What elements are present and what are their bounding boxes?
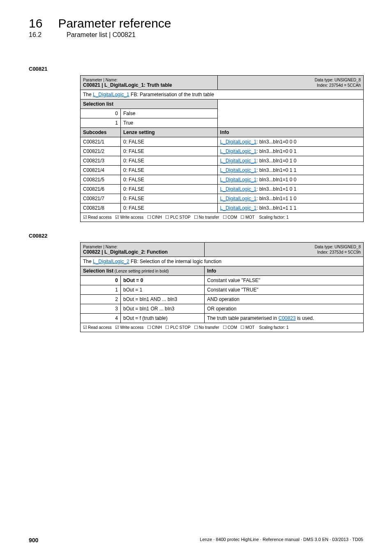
table-row: C00821/30: FALSEL_DigitalLogic_1: bIn3..… [81, 156, 364, 166]
table-row: C00821/80: FALSEL_DigitalLogic_1: bIn3..… [81, 204, 364, 213]
table-row: 1 bOut = 1 Constant value "TRUE" [81, 285, 364, 295]
param-c00822-label: C00822 [29, 233, 363, 239]
param-meta-label: Parameter | Name: [83, 245, 118, 249]
param-name: C00822 | L_DigitalLogic_2: Function [83, 249, 168, 255]
access-footer-row: Read access Write access CINH PLC STOP N… [81, 323, 364, 332]
desc-suffix: FB: Parameterisation of the truth table [129, 92, 214, 97]
info-link[interactable]: L_DigitalLogic_1 [220, 205, 257, 211]
selection-list-subheader: (Lenze setting printed in bold) [113, 269, 169, 273]
table-row: C00821/40: FALSEL_DigitalLogic_1: bIn3..… [81, 166, 364, 175]
lenze-setting-header: Lenze setting [121, 128, 218, 137]
subcodes-header: Subcodes [81, 128, 121, 137]
separator-dashes: _ _ _ _ _ _ _ _ _ _ _ _ _ _ _ _ _ _ _ _ … [29, 49, 363, 55]
desc-link[interactable]: L_DigitalLogic_2 [93, 259, 129, 264]
info-link[interactable]: L_DigitalLogic_1 [220, 196, 257, 201]
info-link[interactable]: C00823 [279, 315, 296, 321]
desc-prefix: The [83, 92, 93, 97]
info-header: Info [205, 266, 364, 276]
param-datatype: Data type: UNSIGNED_8 [315, 245, 361, 249]
selection-list-header: Selection list [81, 99, 218, 109]
table-c00821: Parameter | Name: C00821 | L_DigitalLogi… [80, 75, 364, 222]
param-index: Index: 23754d = 5CCAh [317, 83, 361, 88]
info-link[interactable]: L_DigitalLogic_1 [220, 186, 257, 192]
info-header: Info [217, 128, 363, 137]
desc-suffix: FB: Selection of the internal logic func… [129, 259, 221, 264]
desc-prefix: The [83, 259, 93, 264]
chapter-number: 16 [29, 16, 42, 30]
table-row: C00821/20: FALSEL_DigitalLogic_1: bIn3..… [81, 147, 364, 156]
table-row: 0 bOut = 0 Constant value "FALSE" [81, 276, 364, 285]
access-footer-row: Read access Write access CINH PLC STOP N… [81, 213, 364, 222]
param-index: Index: 23753d = 5CC9h [317, 250, 361, 254]
table-row: C00821/10: FALSEL_DigitalLogic_1: bIn3..… [81, 137, 364, 147]
table-row: 2 bOut = bIn1 AND ... bIn3 AND operation [81, 295, 364, 304]
info-link[interactable]: L_DigitalLogic_1 [220, 139, 257, 145]
param-meta-label: Parameter | Name: [83, 78, 118, 82]
table-row: C00821/70: FALSEL_DigitalLogic_1: bIn3..… [81, 194, 364, 204]
info-link[interactable]: L_DigitalLogic_1 [220, 148, 257, 154]
selection-list-header: Selection list [83, 268, 113, 274]
section-number: 16.2 [29, 31, 51, 39]
table-row: C00821/50: FALSEL_DigitalLogic_1: bIn3..… [81, 175, 364, 185]
param-name: C00821 | L_DigitalLogic_1: Truth table [83, 82, 172, 88]
table-row: C00821/60: FALSEL_DigitalLogic_1: bIn3..… [81, 185, 364, 194]
desc-link[interactable]: L_DigitalLogic_1 [93, 92, 129, 97]
info-link[interactable]: L_DigitalLogic_1 [220, 167, 257, 173]
table-row: 3 bOut = bIn1 OR ... bIn3 OR operation [81, 304, 364, 314]
page-number: 900 [29, 537, 38, 543]
table-row: 4 bOut = f (truth table) The truth table… [81, 314, 364, 323]
chapter-title: Parameter reference [58, 16, 171, 30]
info-link[interactable]: L_DigitalLogic_1 [220, 158, 257, 164]
table-c00822: Parameter | Name: C00822 | L_DigitalLogi… [80, 242, 364, 332]
footer-text: Lenze · 8400 protec HighLine · Reference… [200, 537, 363, 543]
section-title: Parameter list | C00821 [67, 31, 136, 39]
param-datatype: Data type: UNSIGNED_8 [315, 78, 361, 82]
info-link[interactable]: L_DigitalLogic_1 [220, 177, 257, 183]
param-c00821-label: C00821 [29, 66, 363, 72]
